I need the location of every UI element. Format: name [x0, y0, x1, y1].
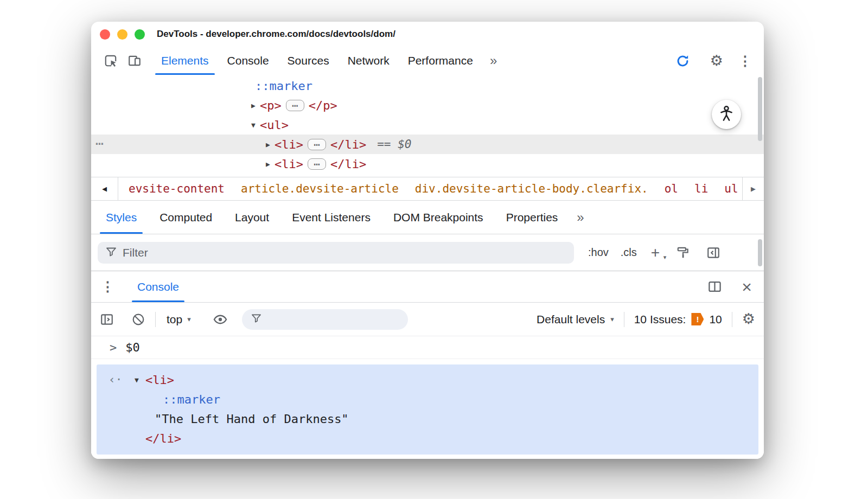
- window-titlebar: DevTools - developer.chrome.com/docs/dev…: [91, 22, 764, 47]
- paint-roller-icon[interactable]: [676, 246, 690, 260]
- zoom-window-button[interactable]: [135, 29, 145, 40]
- accessibility-overlay-button[interactable]: [712, 100, 741, 129]
- close-window-button[interactable]: [100, 29, 110, 40]
- result-marker-icon: ‹·: [108, 373, 135, 386]
- minimize-window-button[interactable]: [117, 29, 127, 40]
- tab-console[interactable]: Console: [218, 47, 278, 75]
- tab-computed[interactable]: Computed: [148, 201, 224, 234]
- result-line: ::marker: [97, 389, 758, 409]
- eye-icon[interactable]: [213, 312, 228, 327]
- filter-funnel-icon: [251, 312, 262, 326]
- dom-row-p[interactable]: ▶ <p> ⋯ </p>: [91, 95, 764, 115]
- clear-console-icon[interactable]: [131, 312, 145, 327]
- split-panel-icon[interactable]: [707, 279, 722, 294]
- breadcrumb-item[interactable]: ol: [659, 180, 684, 197]
- tab-network[interactable]: Network: [339, 47, 399, 75]
- dom-row-handle[interactable]: ⋯: [95, 136, 103, 151]
- breadcrumb-item[interactable]: article.devsite-article: [235, 180, 404, 197]
- dom-tree-scrollbar[interactable]: [758, 77, 762, 141]
- tab-properties[interactable]: Properties: [495, 201, 570, 234]
- result-line: </li>: [97, 428, 758, 448]
- caret-down-icon: ▾: [663, 254, 667, 260]
- twisty-expanded-icon[interactable]: ▼: [247, 121, 260, 129]
- devtools-window: DevTools - developer.chrome.com/docs/dev…: [91, 22, 764, 459]
- execution-context-selector[interactable]: top ▾: [167, 313, 191, 326]
- prompt-chevron-icon: >: [110, 341, 117, 354]
- console-toolbar: top ▾ Default levels ▾: [91, 303, 764, 336]
- panel-tabs: Elements Console Sources Network Perform…: [152, 47, 482, 75]
- styles-filter-input[interactable]: [123, 246, 566, 259]
- drawer-right-controls: ×: [707, 278, 754, 296]
- twisty-expanded-icon[interactable]: ▼: [135, 376, 145, 384]
- dom-row-li-selected[interactable]: ⋯ ▶ <li> ⋯ </li> == $0: [91, 135, 764, 154]
- tab-layout[interactable]: Layout: [224, 201, 280, 234]
- issues-counter[interactable]: 10 Issues: ! 10: [634, 313, 722, 326]
- kebab-menu-icon[interactable]: ⋮: [738, 54, 752, 68]
- console-result-block[interactable]: ‹· ▼ <li> ::marker "The Left Hand of Dar…: [97, 364, 758, 455]
- forward-arrow-icon: ▶: [751, 184, 756, 194]
- styles-scrollbar[interactable]: [758, 239, 762, 266]
- caret-down-icon: ▾: [610, 315, 614, 323]
- breadcrumb-item[interactable]: ul: [719, 180, 742, 197]
- dom-breadcrumb-bar: ◀ evsite-content article.devsite-article…: [91, 177, 764, 201]
- toolbar-divider: [732, 312, 732, 327]
- breadcrumb-item[interactable]: evsite-content: [123, 180, 230, 197]
- dollar-zero-hint: == $0: [377, 138, 411, 151]
- expand-ellipsis-button[interactable]: ⋯: [286, 100, 304, 111]
- new-style-rule-button[interactable]: +▾: [651, 245, 660, 260]
- circular-arrow-icon[interactable]: [675, 53, 691, 69]
- toggle-element-state-button[interactable]: :hov: [588, 246, 609, 259]
- tab-dom-breakpoints[interactable]: DOM Breakpoints: [382, 201, 495, 234]
- back-arrow-icon: ◀: [102, 184, 107, 194]
- element-classes-button[interactable]: .cls: [621, 246, 637, 259]
- twisty-collapsed-icon[interactable]: ▶: [261, 160, 275, 168]
- sidebar-panel-icon[interactable]: [706, 246, 720, 260]
- tab-sources[interactable]: Sources: [278, 47, 339, 75]
- tab-performance[interactable]: Performance: [399, 47, 482, 75]
- console-messages: > $0 ‹· ▼ <li> ::marker "The Left Hand o…: [91, 336, 764, 459]
- toolbar-right-controls: ⚙ ⋮: [671, 53, 756, 69]
- traffic-lights: [100, 29, 145, 40]
- expand-ellipsis-button[interactable]: ⋯: [308, 139, 326, 150]
- log-levels-dropdown[interactable]: Default levels ▾: [537, 313, 614, 326]
- issues-icon: !: [691, 313, 704, 325]
- twisty-collapsed-icon[interactable]: ▶: [261, 140, 275, 149]
- tab-elements[interactable]: Elements: [152, 47, 218, 75]
- close-drawer-icon[interactable]: ×: [742, 278, 752, 296]
- styles-panel-tabs: Styles Computed Layout Event Listeners D…: [91, 201, 764, 234]
- console-command: $0: [125, 341, 140, 354]
- breadcrumb: evsite-content article.devsite-article d…: [118, 177, 742, 200]
- expand-ellipsis-button[interactable]: ⋯: [308, 158, 326, 170]
- dom-row-ul[interactable]: ▼ <ul>: [91, 115, 764, 135]
- console-filter-field[interactable]: [242, 309, 408, 330]
- result-line: ‹· ▼ <li>: [97, 370, 758, 389]
- result-text-node: "The Left Hand of Darkness": [155, 412, 349, 426]
- device-toolbar-icon[interactable]: [126, 53, 143, 69]
- breadcrumb-back-button[interactable]: ◀: [91, 177, 118, 200]
- dom-row-li[interactable]: ▶ <li> ⋯ </li>: [91, 154, 764, 174]
- twisty-collapsed-icon[interactable]: ▶: [247, 101, 260, 110]
- console-filter-input[interactable]: [267, 313, 399, 325]
- breadcrumb-item[interactable]: div.devsite-article-body.clearfix.: [410, 180, 654, 197]
- console-sidebar-icon[interactable]: [100, 312, 114, 327]
- caret-down-icon: ▾: [187, 315, 191, 323]
- drawer-kebab-menu-icon[interactable]: ⋮: [101, 280, 114, 293]
- elements-dom-tree: ::marker ▶ <p> ⋯ </p> ▼ <ul> ⋯ ▶ <li> ⋯ …: [91, 75, 764, 177]
- console-command-row[interactable]: > $0: [91, 336, 764, 359]
- more-tabs-chevron-icon[interactable]: »: [490, 53, 497, 68]
- page-background: DevTools - developer.chrome.com/docs/dev…: [0, 0, 868, 499]
- console-settings-gear-icon[interactable]: ⚙: [742, 312, 755, 327]
- inspect-element-icon[interactable]: [103, 53, 119, 69]
- window-title: DevTools - developer.chrome.com/docs/dev…: [157, 29, 395, 40]
- more-tabs-chevron-icon[interactable]: »: [577, 210, 584, 225]
- tab-styles[interactable]: Styles: [94, 201, 148, 234]
- breadcrumb-forward-button[interactable]: ▶: [742, 177, 764, 200]
- drawer-tab-console[interactable]: Console: [131, 271, 186, 302]
- breadcrumb-item[interactable]: li: [689, 180, 713, 197]
- dom-row-marker[interactable]: ::marker: [91, 76, 764, 95]
- styles-filter-field[interactable]: [98, 242, 574, 264]
- tab-event-listeners[interactable]: Event Listeners: [280, 201, 382, 234]
- accessibility-person-icon: [718, 105, 735, 125]
- toolbar-divider: [624, 312, 624, 327]
- settings-gear-icon[interactable]: ⚙: [710, 54, 723, 68]
